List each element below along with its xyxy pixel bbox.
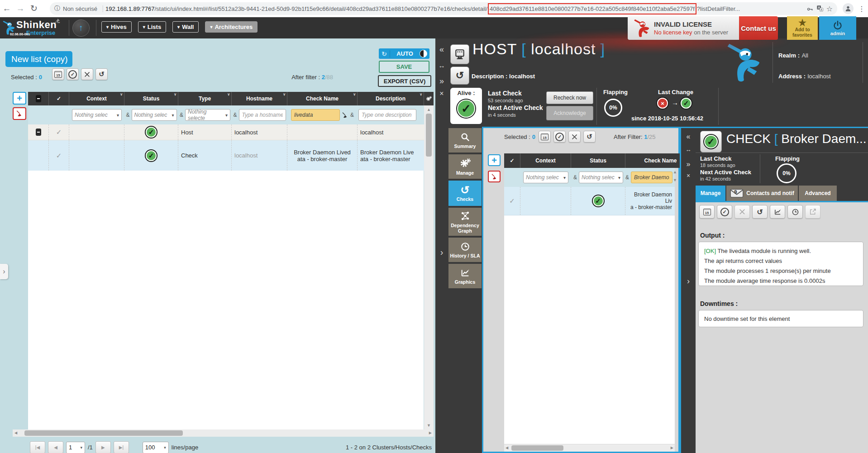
horizontal-scrollbar[interactable]: ◀ ▶ [504,444,675,452]
add-to-favorites-button[interactable]: ★ Add to favorites [787,16,818,40]
acknowledge-button[interactable]: ✓ [717,205,732,219]
scroll-left-arrow[interactable]: ◀ [14,431,17,435]
clear-filter-broom-icon[interactable] [342,112,348,119]
row-selected-check-icon[interactable]: ✓ [56,152,62,160]
browser-menu-icon[interactable]: ⋮ [858,5,865,13]
host-refresh-button[interactable]: ↺ [450,67,469,85]
history-button[interactable] [787,205,803,219]
fix-button[interactable] [734,205,750,219]
sidebar-item-graphics[interactable]: Graphics [448,264,482,288]
row-selected-check-icon[interactable]: ✓ [56,128,62,136]
fix-button[interactable] [81,68,93,80]
collapse-panel-icon[interactable]: « [435,45,448,54]
table-row-check[interactable]: ✓ ✓ Check localhost Broker Daemon Lived … [28,140,424,171]
filter-context-select[interactable]: Nothing selec▾ [523,172,568,183]
resize-panel-icon[interactable]: ↔ [681,146,696,153]
graph-button[interactable] [770,205,785,219]
collapse-all-header[interactable] [28,92,49,105]
recheck-button[interactable]: ↺ [583,131,596,143]
filter-description-input[interactable] [358,109,416,121]
profile-avatar[interactable] [843,3,854,14]
prev-page-button[interactable]: ◀ [48,441,63,453]
col-context[interactable]: Context [520,153,571,168]
contact-us-button[interactable]: Contact us [739,16,778,40]
table-row-host[interactable]: ✓ ✓ Host localhost localhost [28,124,424,140]
col-context[interactable]: Context∨ [69,92,124,105]
nav-architectures[interactable]: ▾Architectures [205,21,258,33]
filter-hostname-input[interactable] [239,109,286,121]
tab-contacts[interactable]: 9 Contacts and notif [726,186,798,201]
sidebar-item-checks[interactable]: ↺Checks [448,181,482,206]
filter-check-name-input[interactable] [291,109,340,121]
acknowledge-button[interactable]: ✓ [67,68,79,80]
sidebar-item-summary[interactable]: Summary [448,128,482,153]
expand-panel-icon[interactable]: » [435,76,448,86]
address-bar[interactable]: ⓘ Non sécurisé | 192.168.1.89:7767 /stat… [50,2,837,15]
horizontal-scrollbar[interactable]: ◀ ▶ [13,429,434,437]
info-icon[interactable]: ⓘ [54,5,60,13]
filter-context-select[interactable]: Nothing selec▾ [72,109,122,121]
per-page-select[interactable]: 100▾ [143,442,169,453]
schedule-downtime-button[interactable]: 15 [699,205,715,219]
col-status[interactable]: Status [571,153,625,168]
tab-advanced[interactable]: Advanced [799,186,837,201]
scroll-thumb[interactable] [24,430,183,436]
scroll-up-arrow[interactable]: ▲ [427,107,431,112]
browser-forward-icon[interactable]: → [14,0,27,17]
filter-status-select[interactable]: Nothing selec▾ [579,172,623,183]
browser-refresh-icon[interactable]: ↻ [27,0,41,17]
vertical-scrollbar[interactable]: ▲ ▼ [424,105,434,429]
last-page-button[interactable]: ▶| [114,441,129,453]
column-settings-button[interactable] [424,92,434,105]
shinken-logo[interactable]: Shinken™ Enterprise 02.06.00-001 [0,17,68,38]
close-panel-icon[interactable]: × [681,172,696,179]
expand-left-panel-tab[interactable]: › [0,264,8,279]
add-row-button[interactable]: + [488,154,501,166]
scroll-top-button[interactable]: ↑ [72,19,90,37]
collapse-panel-icon[interactable]: « [681,133,696,141]
auto-refresh-toggle[interactable]: ↻ AUTO [379,48,429,59]
recheck-button[interactable]: ↺ [752,205,768,219]
host-type-icon-button[interactable] [450,44,469,64]
collapse-row-icon[interactable] [36,129,41,136]
select-all-header[interactable]: ✓ [504,153,520,168]
scroll-thumb[interactable] [511,445,563,451]
filter-type-select[interactable]: Nothing selecte▾ [185,109,230,121]
next-page-button[interactable]: ▶ [95,441,111,453]
list-title-tab[interactable]: New list (copy) [5,51,72,67]
browser-back-icon[interactable]: ← [0,0,14,17]
scroll-left-arrow[interactable]: ◀ [506,446,508,450]
clear-filters-button[interactable] [13,107,26,120]
filter-status-select[interactable]: Nothing selec▾ [132,109,177,121]
expand-panel-icon[interactable]: » [681,160,696,168]
sidebar-item-manage[interactable]: Manage [448,154,482,179]
admin-user-button[interactable]: admin [819,16,856,40]
scroll-down-arrow[interactable]: ▼ [673,178,677,182]
chevron-right-icon[interactable]: › [681,277,696,286]
save-button[interactable]: SAVE [379,61,429,73]
fix-button[interactable] [568,131,581,143]
nav-lists[interactable]: ▾Lists [138,21,166,33]
filter-check-name-input[interactable] [631,172,672,183]
schedule-downtime-button[interactable]: 15 [539,131,551,143]
close-panel-icon[interactable]: × [435,90,448,98]
schedule-downtime-button[interactable]: 15 [52,68,64,80]
col-type[interactable]: Type∨ [178,92,232,105]
pin-icon[interactable] [54,18,60,24]
scroll-thumb[interactable] [426,114,432,157]
col-hostname[interactable]: Hostname∨ [232,92,287,105]
scroll-right-arrow[interactable]: ▶ [671,446,673,450]
export-csv-button[interactable]: EXPORT (CSV) [378,75,431,87]
recheck-now-button[interactable]: Recheck now [546,91,593,104]
bookmark-star-icon[interactable]: ☆ [826,5,833,13]
scroll-up-arrow[interactable]: ▲ [673,170,677,174]
col-description[interactable]: Description∨ [358,92,424,105]
resize-panel-icon[interactable]: ↔ [435,62,448,69]
acknowledge-button[interactable]: ✓ [553,131,566,143]
scroll-down-arrow[interactable]: ▼ [427,423,431,428]
first-page-button[interactable]: |◀ [30,441,45,453]
select-all-header[interactable]: ✓ [49,92,69,105]
scroll-right-arrow[interactable]: ▶ [429,431,432,435]
translate-icon[interactable] [816,5,824,12]
col-check-name[interactable]: Check Name∨ [287,92,358,105]
